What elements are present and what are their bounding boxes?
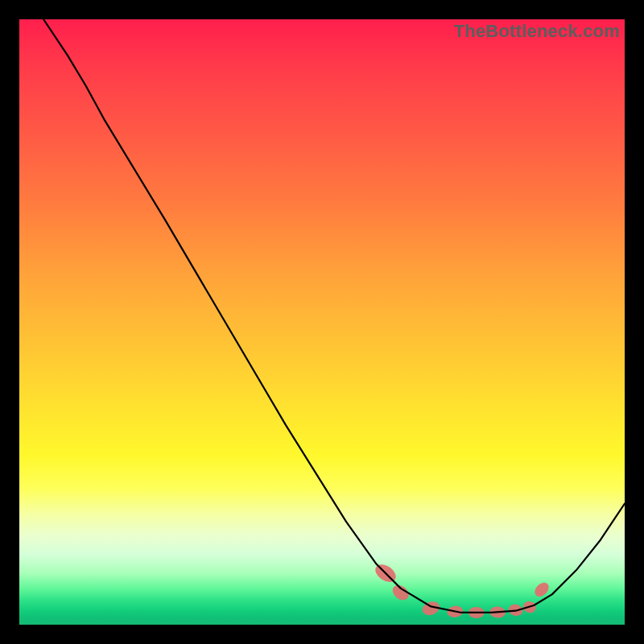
curve-marker	[469, 607, 485, 618]
chart-overlay-svg	[19, 19, 625, 625]
plot-area: TheBottleneck.com	[19, 19, 625, 625]
curve-marker	[390, 582, 411, 603]
curve-marker	[372, 561, 398, 586]
curve-marker	[420, 599, 441, 617]
curve-marker	[447, 605, 464, 618]
chart-stage: TheBottleneck.com	[0, 0, 644, 644]
curve-marker	[489, 606, 506, 618]
bottleneck-curve	[43, 19, 625, 613]
curve-marker	[507, 603, 524, 617]
curve-marker	[522, 600, 538, 615]
curve-marker	[532, 580, 551, 599]
markers-group	[372, 561, 551, 618]
watermark-text: TheBottleneck.com	[454, 21, 620, 42]
